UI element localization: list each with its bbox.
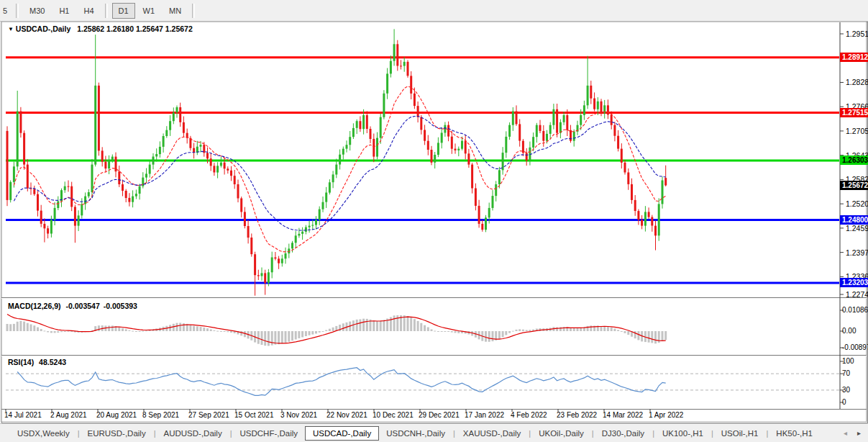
timeframe-button-m30[interactable]: M30 [23, 3, 51, 19]
price-tick-label: 1.22745 [846, 290, 868, 299]
toolbar-separator [105, 4, 108, 18]
time-tick-label: 29 Dec 2021 [419, 411, 460, 419]
level-price-label: 1.24800 [840, 215, 868, 225]
time-tick-label: 3 Nov 2021 [280, 411, 317, 419]
price-tick-label: 1.27050 [846, 127, 868, 135]
toolbar-separator [192, 4, 195, 18]
chart-tab-ukoil[interactable]: UKOil-,Daily [531, 427, 591, 440]
chart-tab-usoil[interactable]: USOil-,H1 [714, 427, 766, 440]
chart-tab-usdx[interactable]: USDX,Weekly [10, 427, 77, 440]
time-tick-label: 2 Aug 2021 [50, 411, 87, 419]
rsi-axis-label: 0 [842, 398, 846, 406]
price-tick-label: 1.23975 [846, 248, 868, 257]
rsi-axis-label: 30 [842, 386, 850, 394]
macd-name: MACD(12,26,9) [8, 302, 61, 310]
terminal-window: 5M30H1H4D1W1MN ▼ USDCAD-,Daily 1.25862 1… [0, 0, 868, 442]
price-tick-label: 1.28280 [846, 78, 868, 86]
level-price-label: 1.28912 [840, 53, 868, 62]
timeframe-button-mn[interactable]: MN [163, 3, 188, 19]
macd-axis-label: -0.00897 [842, 343, 868, 351]
time-tick-label: 17 Jan 2022 [465, 411, 504, 419]
chart-ohlc-readout: 1.25862 1.26180 1.25647 1.25672 [77, 24, 193, 33]
chart-title: ▼ USDCAD-,Daily 1.25862 1.26180 1.25647 … [8, 24, 193, 33]
price-chart[interactable] [0, 22, 868, 422]
macd-label: MACD(12,26,9) -0.003547 -0.005393 [8, 302, 137, 310]
macd-value-main: -0.003547 [65, 302, 99, 310]
level-price-label: 1.26303 [840, 155, 868, 165]
macd-value-signal: -0.005393 [104, 302, 137, 310]
tab-scroll-left-icon[interactable]: ◂ [844, 429, 847, 437]
rsi-axis-label: 70 [842, 369, 850, 377]
chart-tab-bar: USDX,Weekly|EURUSD-,Daily|AUDUSD-,Daily|… [0, 423, 868, 442]
chart-tab-xauusd[interactable]: XAUUSD-,Daily [456, 427, 529, 440]
timeframe-button-d1[interactable]: D1 [112, 3, 135, 19]
macd-axis-label: 0.00 [842, 327, 856, 335]
timeframe-button-5[interactable]: 5 [1, 3, 12, 19]
time-tick-label: 14 Jul 2021 [4, 411, 42, 419]
price-tick-label: 1.24590 [846, 224, 868, 233]
chart-tab-usdchf[interactable]: USDCHF-,Daily [233, 427, 306, 440]
macd-axis-label: 0.010869 [842, 306, 868, 314]
chart-tab-usdcnh[interactable]: USDCNH-,Daily [379, 427, 452, 440]
chart-dropdown-icon[interactable]: ▼ [8, 26, 14, 32]
current-price-label: 1.25672 [840, 181, 868, 190]
time-tick-label: 1 Apr 2022 [649, 411, 683, 419]
time-tick-label: 8 Sep 2021 [142, 411, 179, 419]
rsi-axis-label: 100 [842, 357, 854, 365]
timeframe-button-h1[interactable]: H1 [52, 3, 76, 19]
time-tick-label: 4 Feb 2022 [511, 411, 547, 419]
time-tick-label: 27 Sep 2021 [188, 411, 229, 419]
level-price-label: 1.23203 [840, 278, 868, 287]
rsi-value: 48.5243 [39, 358, 66, 366]
timeframe-button-w1[interactable]: W1 [137, 3, 162, 19]
rsi-name: RSI(14) [8, 358, 34, 366]
chart-tab-hk50[interactable]: HK50-,H1 [769, 427, 820, 440]
price-tick-label: 1.29510 [846, 30, 868, 38]
chart-tab-usdcad[interactable]: USDCAD-,Daily [305, 426, 379, 441]
time-tick-label: 20 Aug 2021 [96, 411, 137, 419]
chart-tab-dj30[interactable]: DJ30-,Daily [595, 427, 652, 440]
time-tick-label: 22 Nov 2021 [326, 411, 367, 419]
chart-tab-uk100[interactable]: UK100-,H1 [655, 427, 711, 440]
time-tick-label: 23 Feb 2022 [557, 411, 597, 419]
timeframe-toolbar: 5M30H1H4D1W1MN [0, 0, 868, 22]
price-tick-label: 1.25205 [846, 199, 868, 208]
chart-symbol-period: USDCAD-,Daily [16, 24, 70, 33]
rsi-label: RSI(14) 48.5243 [8, 358, 66, 366]
tab-scroll-right-icon[interactable]: ▸ [857, 429, 861, 437]
time-tick-label: 15 Oct 2021 [234, 411, 273, 419]
tab-scroll-arrows: ◂▸ [844, 429, 868, 437]
time-tick-label: 10 Dec 2021 [373, 411, 414, 419]
timeframe-button-h4[interactable]: H4 [77, 3, 100, 19]
toolbar-separator [16, 4, 19, 18]
level-price-label: 1.27515 [840, 108, 868, 117]
time-tick-label: 14 Mar 2022 [603, 411, 643, 419]
chart-tab-audusd[interactable]: AUDUSD-,Daily [157, 427, 229, 440]
chart-tab-eurusd[interactable]: EURUSD-,Daily [81, 427, 153, 440]
